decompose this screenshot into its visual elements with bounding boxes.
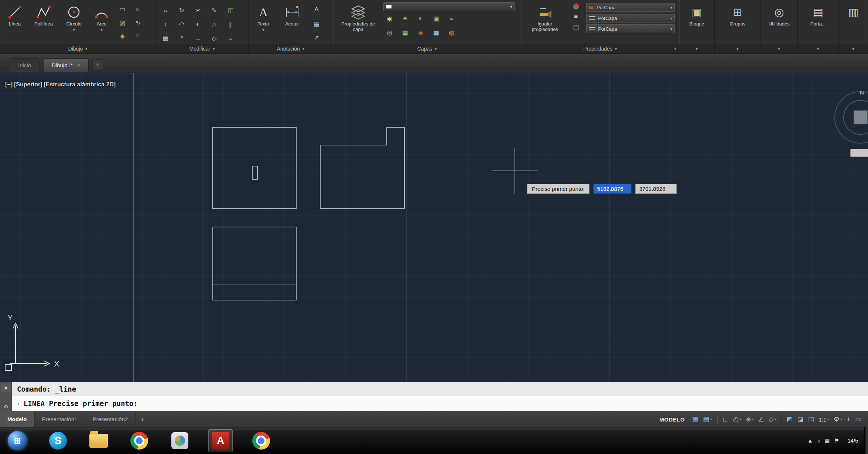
panel-title-anotacion[interactable]: Anotación ▾ — [249, 44, 333, 54]
explorer-taskbar-button[interactable] — [86, 429, 111, 452]
grid-icon[interactable]: ▦ — [691, 414, 700, 425]
portapapeles-button[interactable]: ▤ Porta... — [804, 1, 832, 44]
spline-icon[interactable]: ∿ — [131, 17, 144, 28]
transparencia-icon[interactable]: ▤ — [573, 23, 579, 31]
show-desktop-button[interactable] — [864, 427, 868, 454]
linetype-dropdown[interactable]: PorCapa ▾ — [586, 14, 675, 23]
sombreado-icon[interactable]: ▨ — [116, 17, 129, 28]
dynamic-input-y-field[interactable]: 3701.8928 — [635, 184, 677, 194]
notifications-icon[interactable]: ⚑ — [834, 437, 839, 444]
linea-button[interactable]: Línea — [3, 1, 27, 44]
panel-title-vista[interactable]: ▾ — [839, 44, 868, 54]
polilinea-button[interactable]: Polilínea — [30, 1, 58, 44]
arco-button[interactable]: Arco ▾ — [90, 1, 113, 44]
nube-revision-icon[interactable]: ◌ — [131, 30, 144, 41]
grupos-button[interactable]: ⊞ Grupos — [724, 1, 752, 44]
juntar-icon[interactable]: ≡ — [224, 32, 237, 44]
partir-icon[interactable]: ◇ — [208, 32, 221, 44]
snap-icon[interactable]: ▤▾ — [701, 414, 714, 425]
layout-tab-presentacin2[interactable]: Presentación2 — [85, 411, 136, 427]
panel-title-modificar[interactable]: Modificar ▾ — [156, 44, 248, 54]
layout-tab-modelo[interactable]: Modelo — [0, 411, 35, 427]
annotation-autoscale-icon[interactable]: ◪ — [796, 414, 805, 425]
file-tab-dibujo1[interactable]: Dibujo1*× — [43, 58, 89, 72]
rectangulo-icon[interactable]: ▭ — [116, 4, 129, 15]
dynamic-input-x-field[interactable]: 5182.8876 — [593, 184, 632, 194]
command-close-icon[interactable]: × — [1, 383, 11, 392]
osnap-icon[interactable]: ◈▾ — [744, 414, 755, 425]
autocad-taskbar-button[interactable]: A — [208, 429, 233, 452]
small-inner-rect[interactable] — [252, 166, 257, 179]
network-icon[interactable]: ▦ — [824, 437, 830, 444]
punto-icon[interactable]: ◈ — [116, 30, 129, 41]
isolate-objects-icon[interactable]: + — [845, 414, 852, 425]
propiedades-launcher-icon[interactable]: ▸ — [675, 46, 677, 51]
polar-icon[interactable]: ◷▾ — [731, 414, 743, 425]
estilo-texto-icon[interactable]: A — [309, 4, 324, 16]
color-wheel-icon[interactable] — [573, 3, 580, 10]
drawing-canvas[interactable]: [−] [Superior] [Estructura alámbrica 2D]… — [0, 73, 868, 382]
angle-icon[interactable]: ∠ — [757, 414, 766, 425]
escala-icon[interactable]: △ — [208, 18, 221, 30]
vista-button[interactable]: ▥ — [842, 1, 865, 44]
lineweight-dropdown[interactable]: PorCapa ▾ — [586, 24, 675, 33]
file-tab-inicio[interactable]: Inicio — [10, 58, 40, 72]
notched-shape[interactable] — [320, 127, 404, 209]
square-shape-1[interactable] — [212, 127, 296, 209]
igualar-capa-icon[interactable]: ≡ — [445, 13, 458, 24]
circulo-button[interactable]: Círculo ▾ — [61, 1, 87, 44]
layout-tab-presentacin1[interactable]: Presentación1 — [35, 411, 85, 427]
panel-title-propiedades[interactable]: Propiedades ▾ ▸ — [521, 44, 679, 54]
command-customize-icon[interactable]: ⚙ — [4, 403, 8, 410]
activar-capas-icon[interactable]: ◎ — [383, 27, 396, 38]
lista-icon[interactable]: ≡ — [574, 13, 578, 20]
annotation-visibility-icon[interactable]: ◩ — [785, 414, 794, 425]
girar-icon[interactable]: ↻ — [175, 4, 188, 16]
tray-expand-icon[interactable]: ▲ — [807, 437, 813, 444]
utilidades-button[interactable]: ◎ Utilidades — [765, 1, 793, 44]
simetria-icon[interactable]: ◐ — [191, 18, 205, 30]
panel-title-capas[interactable]: Capas ▾ — [333, 44, 521, 54]
panel-title-portapapeles[interactable]: ▾ — [798, 44, 838, 54]
matriz-icon[interactable]: ▦ — [159, 32, 172, 44]
acotar-button[interactable]: Acotar — [278, 1, 306, 44]
descomponer-icon[interactable]: * — [175, 32, 188, 44]
desaislar-capa-icon[interactable]: ▤ — [399, 27, 411, 38]
viewcube-nav-box[interactable] — [850, 149, 868, 157]
capa-anterior-icon[interactable]: ◍ — [445, 27, 458, 38]
aislar-capa-icon[interactable]: ☀ — [399, 13, 411, 24]
volume-icon[interactable]: ♪ — [817, 437, 820, 444]
model-space-label[interactable]: MODELO — [659, 416, 685, 423]
directriz-icon[interactable]: ↗ — [309, 32, 324, 44]
chrome2-taskbar-button[interactable] — [249, 429, 273, 452]
layer-select-dropdown[interactable]: ▾ — [383, 2, 515, 11]
bloque-button[interactable]: ▣ Bloque — [683, 1, 711, 44]
alargar-icon[interactable]: → — [191, 32, 205, 44]
viewport-view-control[interactable]: [Superior] — [14, 81, 42, 88]
file-tab-close-icon[interactable]: × — [77, 62, 80, 68]
desbloquear-capa-icon[interactable]: ▦ — [430, 27, 442, 38]
viewport-minimize-control[interactable]: [−] — [5, 81, 13, 88]
bloquear-capa-icon[interactable]: ▣ — [430, 13, 442, 24]
empalme-icon[interactable]: ◠ — [175, 18, 188, 30]
annotation-scale-icon[interactable]: ◫ — [806, 414, 816, 425]
viewport-visualstyle-control[interactable]: [Estructura alámbrica 2D] — [44, 81, 116, 88]
desplazar-icon[interactable]: ↔ — [159, 4, 172, 16]
copiar-icon[interactable]: ◫ — [224, 4, 237, 16]
inutilizar-capa-icon[interactable]: ◐ — [414, 13, 427, 24]
square-shape-2[interactable] — [213, 227, 296, 300]
panel-title-bloque[interactable]: ▾ — [679, 44, 714, 54]
viewcube[interactable]: N — [824, 89, 868, 151]
skype-taskbar-button[interactable]: S — [46, 429, 70, 452]
elipse-icon[interactable]: ○ — [131, 4, 144, 15]
color-dropdown[interactable]: PorCapa ▾ — [586, 3, 675, 12]
chrome-taskbar-button[interactable] — [127, 429, 151, 452]
command-prompt-line[interactable]: ▾ LINEA Precise primer punto: — [12, 396, 868, 411]
isodraft-icon[interactable]: ◇▾ — [767, 414, 778, 425]
tabla-icon[interactable]: ▦ — [309, 18, 324, 30]
recortar-icon[interactable]: ✂ — [191, 4, 205, 16]
settings-icon[interactable]: ⚙▾ — [832, 414, 844, 425]
taskbar-clock[interactable]: 14/5 — [844, 437, 862, 444]
viewcube-north-label[interactable]: N — [860, 89, 864, 96]
ortho-icon[interactable]: ∟ — [721, 414, 730, 425]
